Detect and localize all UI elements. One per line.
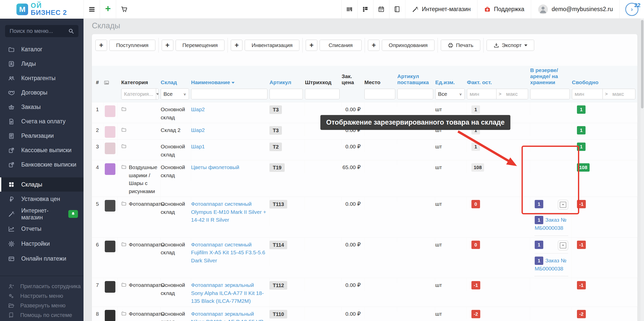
barcode-cell xyxy=(305,278,342,283)
sidebar-footer-item-invite-employee[interactable]: Пригласить сотрудника xyxy=(0,282,84,291)
списания-button[interactable]: Списания xyxy=(320,40,362,51)
cart-button[interactable] xyxy=(116,0,132,18)
product-link[interactable]: Шар1 xyxy=(191,144,205,149)
sidebar-footer-item-system-help[interactable]: Помощь по системе xyxy=(0,310,84,320)
purchase-price-cell: 0.00 ₽ xyxy=(342,238,364,250)
credit-card-icon xyxy=(8,256,15,262)
print-button[interactable]: Печать xyxy=(441,40,480,51)
sidebar-item-invoices[interactable]: Счета на оплату xyxy=(0,114,84,129)
product-link[interactable]: Фотоаппарат системный Olympus E-M10 Mark… xyxy=(191,201,266,223)
category-cell xyxy=(118,123,161,134)
column-header-Артикул[interactable]: Артикул xyxy=(269,79,305,85)
docs-button[interactable] xyxy=(389,0,405,18)
modules-button[interactable] xyxy=(357,0,373,18)
sku-filter-input[interactable] xyxy=(269,89,303,99)
menu-toggle-button[interactable] xyxy=(84,0,100,18)
ruble-icon xyxy=(8,196,15,202)
invoice-icon xyxy=(8,133,15,139)
free-stock-cell: -2 xyxy=(572,307,637,320)
unit-filter[interactable]: Все ∨ xyxy=(435,88,465,100)
add-списания-button[interactable]: + xyxy=(306,40,317,51)
sidebar-item-orders[interactable]: Заказы xyxy=(0,100,84,114)
перемещения-button[interactable]: Перемещения xyxy=(176,40,225,51)
name-cell: Шар2 xyxy=(191,123,269,136)
sidebar-item-pricing[interactable]: Установка цен xyxy=(0,192,84,207)
sidebar-item-contractors[interactable]: Контрагенты xyxy=(0,71,84,85)
add-перемещения-button[interactable]: + xyxy=(162,40,173,51)
sidebar-divider xyxy=(0,276,84,276)
column-header-Факт. ост.[interactable]: Факт. ост. xyxy=(467,79,530,85)
sidebar-item-online-shop[interactable]: Интернет-магазин xyxy=(0,207,84,221)
toolbar-separator xyxy=(438,38,438,53)
add-поступления-button[interactable]: + xyxy=(95,40,107,51)
place-filter-input[interactable] xyxy=(364,89,395,99)
product-link[interactable]: Цветы фиолетовый xyxy=(191,164,239,170)
calendar-button[interactable] xyxy=(373,0,389,18)
export-button[interactable]: Экспорт xyxy=(487,40,534,51)
table-row: 5ФотоаппаратыОсновной складФотоаппарат с… xyxy=(92,197,637,237)
инвентаризация-button[interactable]: Инвентаризация xyxy=(245,40,299,51)
sidebar-item-contracts[interactable]: Договоры xyxy=(0,85,84,100)
online-shop-topbar-button[interactable]: Интернет-магазин xyxy=(405,0,477,18)
page-title: Склады xyxy=(92,21,120,30)
sidebar-item-bank-statements[interactable]: Банковские выписки xyxy=(0,157,84,172)
sidebar-item-settings[interactable]: Настройки xyxy=(0,236,84,251)
warehouses-panel: +Поступления+Перемещения+Инвентаризация+… xyxy=(92,34,637,321)
support-button[interactable]: Поддержка xyxy=(477,0,531,18)
free-stock-cell: -1 xyxy=(572,197,637,210)
chevron-down-icon: ∨ xyxy=(183,92,186,96)
product-link[interactable]: Шар2 xyxy=(191,127,205,133)
free-min-input[interactable] xyxy=(572,89,603,99)
sidebar-footer-item-expand-menu[interactable]: Развернуть меню xyxy=(0,301,84,310)
sidebar-item-realizations[interactable]: Реализации xyxy=(0,129,84,143)
menu-search[interactable] xyxy=(5,25,78,37)
add-оприходования-button[interactable]: + xyxy=(368,40,380,51)
column-header-Ед.изм.[interactable]: Ед.изм. xyxy=(435,79,467,85)
product-link[interactable]: Шар2 xyxy=(191,106,205,112)
account-menu[interactable]: demo@mybusiness2.ru xyxy=(531,0,619,18)
add-инвентаризация-button[interactable]: + xyxy=(231,40,242,51)
barcode-button[interactable] xyxy=(341,0,357,18)
sidebar-footer-item-configure-menu[interactable]: Настроить меню xyxy=(0,291,84,301)
column-header-Склад[interactable]: Склад xyxy=(161,79,191,85)
supplier-sku-cell xyxy=(397,307,435,312)
reserve-dropdown-button[interactable] xyxy=(558,200,568,210)
sidebar-item-warehouses[interactable]: Склады xyxy=(0,177,84,192)
app-logo[interactable]: М ОЙ БИЗНЕС 2 xyxy=(0,0,84,18)
sidebar-item-catalog[interactable]: Каталог xyxy=(0,42,84,57)
sidebar-item-cash-statements[interactable]: Кассовые выписки xyxy=(0,143,84,157)
free-max-input[interactable] xyxy=(610,89,635,99)
scrollbar-thumb[interactable] xyxy=(641,20,643,108)
barcode-filter-input[interactable] xyxy=(305,89,340,99)
product-link[interactable]: Фотоаппарат зеркальный Sony Alpha ILCA-A… xyxy=(191,282,264,304)
column-header-Наименование[interactable]: Наименование xyxy=(191,79,269,85)
column-header-Штрихкод: Штрихкод xyxy=(305,79,342,85)
reserve-filter-input[interactable] xyxy=(530,89,570,99)
name-cell: Цветы фиолетовый xyxy=(191,160,269,173)
quick-add-button[interactable]: + xyxy=(100,0,116,18)
supplier-sku-filter-input[interactable] xyxy=(397,89,433,99)
page-scrollbar[interactable] xyxy=(640,18,644,321)
free-stock-badge: -1 xyxy=(577,281,586,289)
supplier-sku-cell xyxy=(397,140,435,144)
sidebar-item-reports[interactable]: Отчеты xyxy=(0,221,84,236)
whats-new-button[interactable]: › 22 xyxy=(619,0,644,18)
fact-min-input[interactable] xyxy=(467,89,496,99)
name-filter-input[interactable] xyxy=(191,89,267,99)
column-header-Свободно[interactable]: Свободно xyxy=(572,79,637,85)
unit-cell: шт xyxy=(435,160,467,173)
menu-search-input[interactable] xyxy=(9,28,68,35)
warehouse-filter[interactable]: Все ∨ xyxy=(161,88,189,100)
product-link[interactable]: Фотоаппарат системный Fujifilm X-A5 Kit … xyxy=(191,242,265,263)
sidebar-item-leads[interactable]: Лиды xyxy=(0,57,84,71)
reserve-dropdown-button[interactable] xyxy=(558,241,568,250)
column-header-Артикул поставщика[interactable]: Артикул поставщика xyxy=(397,73,435,85)
table-row: 8ФотоаппаратыОсновной складФотоаппарат з… xyxy=(92,307,637,321)
column-header-В резерве/аренде/ на хранении[interactable]: В резерве/аренде/ на хранении xyxy=(530,67,572,85)
оприходования-button[interactable]: Оприходования xyxy=(382,40,434,51)
product-link[interactable]: Фотоаппарат зеркальный Nikon D3400 + AF-… xyxy=(191,311,263,321)
sidebar-item-online-payments[interactable]: Онлайн платежи xyxy=(0,251,84,266)
поступления-button[interactable]: Поступления xyxy=(109,40,155,51)
fact-max-input[interactable] xyxy=(504,89,528,99)
category-filter[interactable]: Категория... xyxy=(121,88,159,100)
